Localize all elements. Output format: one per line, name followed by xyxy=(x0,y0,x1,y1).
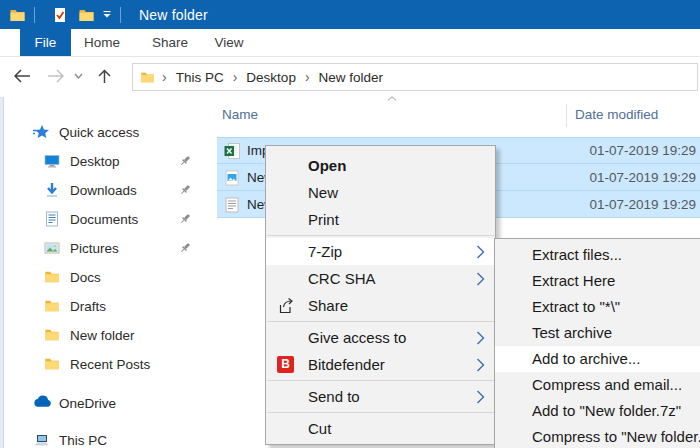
bitdefender-icon: B xyxy=(277,356,294,373)
sidebar-item-label: Docs xyxy=(70,270,101,285)
sidebar-item-downloads[interactable]: Downloads xyxy=(0,176,249,204)
folder-icon xyxy=(44,269,62,285)
menu-separator xyxy=(267,412,494,413)
location-folder-icon xyxy=(140,70,155,84)
submenu-chevron-icon xyxy=(476,390,485,404)
file-date-modified: 01-07-2019 19:29 xyxy=(589,143,696,158)
pin-icon[interactable] xyxy=(178,154,192,168)
tab-home[interactable]: Home xyxy=(78,29,126,56)
folder-icon xyxy=(44,356,62,372)
menu-separator xyxy=(267,321,494,322)
text-file-icon xyxy=(224,197,240,213)
qat-new-folder-icon[interactable] xyxy=(78,7,95,23)
file-date-modified: 01-07-2019 19:29 xyxy=(589,197,696,212)
breadcrumb-chevron[interactable]: › xyxy=(233,65,238,89)
sidebar-item-label: Downloads xyxy=(70,183,137,198)
folder-icon xyxy=(44,327,62,343)
menu-item-print[interactable]: Print xyxy=(266,206,495,233)
sort-ascending-icon xyxy=(387,96,397,101)
computer-icon xyxy=(33,432,51,448)
sidebar-item-documents[interactable]: Documents xyxy=(0,205,249,233)
submenu-item-label: Compress to "New folder.7z" xyxy=(532,428,700,445)
sidebar-item-onedrive[interactable]: OneDrive xyxy=(0,389,238,417)
menu-item-send-to[interactable]: Send to xyxy=(266,383,495,410)
sidebar-item-new-folder[interactable]: New folder xyxy=(0,321,249,349)
menu-item-new[interactable]: New xyxy=(266,179,495,206)
sidebar-item-label: This PC xyxy=(59,433,107,448)
breadcrumb-desktop[interactable]: Desktop xyxy=(244,70,298,85)
folder-icon xyxy=(44,298,62,314)
pin-icon[interactable] xyxy=(178,241,192,255)
titlebar-separator xyxy=(34,7,35,23)
menu-item-share[interactable]: Share xyxy=(266,292,495,319)
sidebar-item-recent-posts[interactable]: Recent Posts xyxy=(0,350,249,378)
tab-share[interactable]: Share xyxy=(146,29,194,56)
menu-item-cut[interactable]: Cut xyxy=(266,415,495,442)
column-divider[interactable] xyxy=(566,104,567,127)
menu-item-give-access-to[interactable]: Give access to xyxy=(266,324,495,351)
submenu-item-extract-files[interactable]: Extract files... xyxy=(495,242,700,268)
pin-icon[interactable] xyxy=(178,212,192,226)
column-header-date-modified[interactable]: Date modified xyxy=(575,107,658,122)
sidebar-item-quick-access[interactable]: Quick access xyxy=(0,118,238,146)
image-file-icon xyxy=(224,170,240,186)
menu-item-label: Send to xyxy=(308,388,360,405)
sidebar-item-desktop[interactable]: Desktop xyxy=(0,147,249,175)
tab-file[interactable]: File xyxy=(20,29,71,56)
menu-item-crc-sha[interactable]: CRC SHA xyxy=(266,265,495,292)
breadcrumb-new-folder[interactable]: New folder xyxy=(317,70,386,85)
quick-access-star-icon xyxy=(33,124,51,140)
qat-customize-dropdown-icon[interactable] xyxy=(102,10,112,19)
address-box[interactable]: › This PC › Desktop › New folder xyxy=(132,63,698,91)
breadcrumb-chevron[interactable]: › xyxy=(305,65,310,89)
submenu-item-add-to-archive[interactable]: Add to archive... xyxy=(495,346,700,372)
sidebar-item-pictures[interactable]: Pictures xyxy=(0,234,249,262)
menu-separator xyxy=(267,380,494,381)
explorer-window-icon xyxy=(9,7,26,23)
column-header-name[interactable]: Name xyxy=(222,107,258,122)
picture-icon xyxy=(44,240,62,256)
menu-item-7zip[interactable]: 7-Zip xyxy=(266,238,495,265)
menu-item-label: Bitdefender xyxy=(308,356,385,373)
window-title: New folder xyxy=(139,7,208,23)
qat-properties-icon[interactable] xyxy=(52,7,69,23)
menu-item-bitdefender[interactable]: B Bitdefender xyxy=(266,351,495,378)
breadcrumb-chevron[interactable]: › xyxy=(162,65,167,89)
submenu-chevron-icon xyxy=(476,358,485,372)
sidebar-item-drafts[interactable]: Drafts xyxy=(0,292,249,320)
desktop-monitor-icon xyxy=(44,153,62,169)
sidebar-item-label: New folder xyxy=(70,328,135,343)
menu-item-label: Share xyxy=(308,297,348,314)
sidebar-item-label: Quick access xyxy=(59,125,139,140)
pin-icon[interactable] xyxy=(178,183,192,197)
recent-locations-chevron-icon[interactable] xyxy=(74,73,83,80)
sidebar-item-docs[interactable]: Docs xyxy=(0,263,249,291)
up-arrow-icon[interactable] xyxy=(97,69,112,84)
submenu-item-test-archive[interactable]: Test archive xyxy=(495,320,700,346)
submenu-item-label: Test archive xyxy=(532,324,612,341)
submenu-item-compress-and-email[interactable]: Compress and email... xyxy=(495,372,700,398)
menu-item-label: Cut xyxy=(308,420,331,437)
submenu-chevron-icon xyxy=(476,245,485,259)
7zip-submenu: Extract files... Extract Here Extract to… xyxy=(494,238,700,448)
excel-file-icon xyxy=(224,143,240,159)
context-menu: Open New Print 7-Zip CRC SHA Share Give … xyxy=(265,145,496,445)
submenu-item-compress-to-new-folder[interactable]: Compress to "New folder.7z" xyxy=(495,424,700,448)
back-arrow-icon[interactable] xyxy=(13,69,31,83)
submenu-item-label: Extract to "*\" xyxy=(532,298,620,315)
submenu-chevron-icon xyxy=(476,331,485,345)
submenu-item-label: Add to "New folder.7z" xyxy=(532,402,681,419)
breadcrumb-this-pc[interactable]: This PC xyxy=(174,70,226,85)
submenu-item-label: Extract files... xyxy=(532,246,622,263)
tab-view[interactable]: View xyxy=(206,29,252,56)
submenu-item-add-to-new-folder-7z[interactable]: Add to "New folder.7z" xyxy=(495,398,700,424)
submenu-item-label: Compress and email... xyxy=(532,376,682,393)
submenu-item-extract-here[interactable]: Extract Here xyxy=(495,268,700,294)
forward-arrow-icon[interactable] xyxy=(47,69,65,83)
menu-item-label: 7-Zip xyxy=(308,243,342,260)
menu-item-open[interactable]: Open xyxy=(266,152,495,179)
sidebar-item-this-pc[interactable]: This PC xyxy=(0,426,238,448)
menu-item-label: CRC SHA xyxy=(308,270,376,287)
sidebar-item-label: Drafts xyxy=(70,299,106,314)
submenu-item-extract-to[interactable]: Extract to "*\" xyxy=(495,294,700,320)
